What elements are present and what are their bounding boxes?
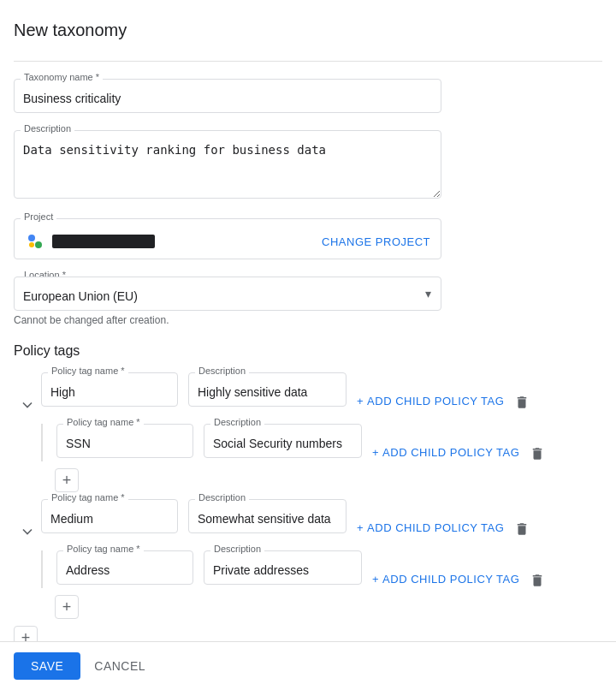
child-tags-medium: Policy tag name * Description + ADD CHIL… <box>41 550 602 619</box>
policy-tag-medium: Policy tag name * Description + ADD CHIL… <box>14 499 602 619</box>
policy-tags-title: Policy tags <box>14 343 602 359</box>
plus-icon-address: + <box>372 573 379 586</box>
medium-name-input[interactable] <box>41 499 178 533</box>
medium-desc-input[interactable] <box>188 499 346 533</box>
change-project-button[interactable]: CHANGE PROJECT <box>322 235 430 248</box>
add-child-ssn-button[interactable]: + ADD CHILD POLICY TAG <box>372 424 519 459</box>
delete-high-button[interactable] <box>514 372 530 410</box>
plus-icon-high: + <box>357 395 364 407</box>
address-name-input[interactable] <box>56 550 193 585</box>
add-child-high-button[interactable]: + ADD CHILD POLICY TAG <box>357 372 504 407</box>
add-child-medium-button[interactable]: + ADD CHILD POLICY TAG <box>357 499 504 534</box>
title-divider <box>14 61 602 62</box>
add-child-address-button[interactable]: + ADD CHILD POLICY TAG <box>372 550 519 586</box>
plus-icon-medium: + <box>357 521 364 534</box>
project-name-bar <box>52 235 155 248</box>
child-tag-ssn: Policy tag name * Description + ADD CHIL… <box>41 424 602 461</box>
footer: SAVE CANCEL <box>0 641 616 690</box>
project-info <box>25 231 155 252</box>
location-select[interactable]: European Union (EU) <box>14 277 441 311</box>
policy-tag-high: Policy tag name * Description + ADD CHIL… <box>14 372 602 492</box>
description-group: Description Data sensitivity ranking for… <box>14 130 602 201</box>
description-input[interactable]: Data sensitivity ranking for business da… <box>14 130 441 199</box>
svg-point-2 <box>29 242 34 247</box>
plus-icon-ssn: + <box>372 446 379 459</box>
add-more-medium-children-button[interactable]: + <box>55 595 79 619</box>
project-icon <box>25 231 45 252</box>
address-desc-input[interactable] <box>204 550 362 585</box>
policy-tags-section: Policy tags Policy tag name * <box>14 343 602 650</box>
add-more-high-children-button[interactable]: + <box>55 468 79 492</box>
ssn-name-input[interactable] <box>56 424 193 458</box>
page-title: New taxonomy <box>14 14 602 40</box>
taxonomy-name-group: Taxonomy name * <box>14 79 602 113</box>
high-name-input[interactable] <box>41 372 178 407</box>
location-warning: Cannot be changed after creation. <box>14 314 602 326</box>
delete-medium-button[interactable] <box>514 499 530 537</box>
ssn-desc-input[interactable] <box>204 424 362 458</box>
taxonomy-name-input[interactable] <box>14 79 441 113</box>
expand-toggle-high[interactable] <box>14 372 41 413</box>
cancel-button[interactable]: CANCEL <box>94 659 145 673</box>
delete-address-button[interactable] <box>530 550 545 588</box>
child-tags-high: Policy tag name * Description + ADD CHIL… <box>41 424 602 492</box>
location-group: Location * European Union (EU) ▾ Cannot … <box>14 277 602 326</box>
high-desc-input[interactable] <box>188 372 346 407</box>
expand-toggle-medium[interactable] <box>14 499 41 540</box>
project-group: Project CHANGE PROJECT <box>14 218 602 259</box>
delete-ssn-button[interactable] <box>530 424 545 461</box>
child-tag-address: Policy tag name * Description + ADD CHIL… <box>41 550 602 588</box>
save-button[interactable]: SAVE <box>14 652 80 680</box>
svg-point-0 <box>28 235 35 241</box>
svg-point-1 <box>35 241 42 248</box>
